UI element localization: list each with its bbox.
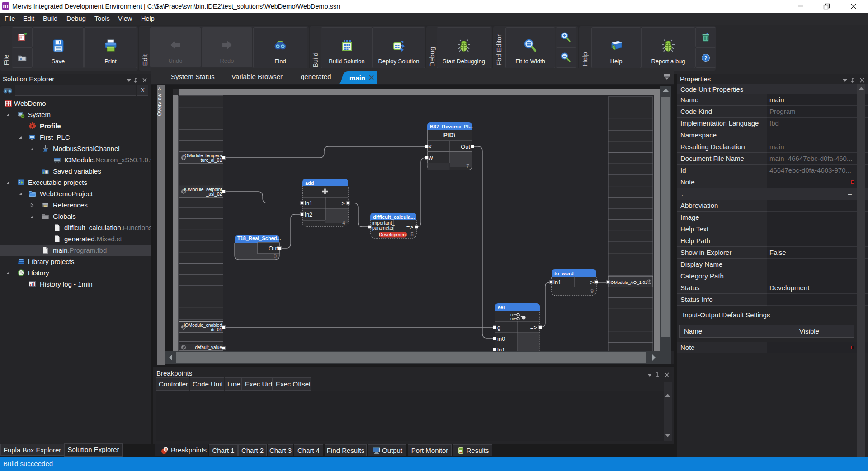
svg-text:add: add [305,180,314,186]
svg-text:main: main [349,74,365,82]
svg-text:default_value: default_value [195,345,222,350]
svg-text:_di_01: _di_01 [208,327,222,332]
svg-text:=>: => [406,224,413,231]
svg-text:0: 0 [274,253,277,259]
svg-text:Overview >: Overview > [156,87,163,116]
svg-text:difficult_calcula...: difficult_calcula... [373,214,415,220]
svg-text:=>: => [338,200,345,207]
svg-text:in0: in0 [497,335,505,342]
svg-text:parameter: parameter [372,225,394,231]
svg-text:in2: in2 [305,211,312,218]
svg-text:sel: sel [498,305,505,310]
svg-text:IOModule_setpoint: IOModule_setpoint [184,187,222,192]
svg-text:w: w [428,154,433,161]
svg-text:=>: => [530,324,537,331]
svg-text:IOModule_AO_1.01: IOModule_AO_1.01 [609,280,647,285]
svg-text:Out: Out [269,245,278,252]
svg-text:=>: => [587,279,594,286]
svg-text:g: g [497,324,500,331]
svg-text:in1: in1 [553,279,561,286]
svg-text:5: 5 [410,231,414,238]
svg-text:Development: Development [379,232,407,237]
svg-text:7: 7 [466,163,469,170]
svg-text:?: ? [704,55,707,61]
svg-text:IOModule_enabled: IOModule_enabled [184,323,222,328]
svg-text:IOModule_tempera: IOModule_tempera [183,153,222,158]
svg-text:4: 4 [342,220,345,226]
svg-text:Out: Out [461,143,470,150]
svg-text:to_word: to_word [554,271,574,276]
svg-text:B37_Reverse_PI...: B37_Reverse_PI... [430,124,473,129]
svg-text:in1: in1 [305,200,312,207]
svg-text:PID\: PID\ [443,132,456,138]
svg-text:T18_Real_Sched...: T18_Real_Sched... [237,236,281,241]
svg-text:_asi_02: _asi_02 [206,192,222,197]
svg-text:x: x [429,143,432,150]
svg-text:H1: H1 [510,313,515,317]
svg-text:ture_ai_01: ture_ai_01 [201,158,222,163]
svg-text:H0: H0 [510,317,515,321]
svg-text:9: 9 [590,288,594,294]
